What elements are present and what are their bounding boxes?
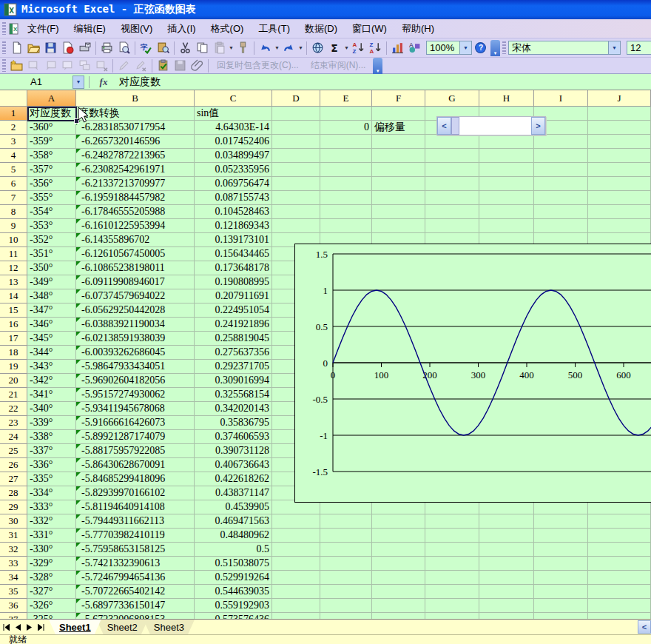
row-header-18[interactable]: 18 [0, 346, 27, 360]
cell-E6[interactable] [320, 177, 372, 191]
cell-A10[interactable]: -352° [27, 233, 76, 247]
cell-I6[interactable] [534, 177, 588, 191]
cell-H6[interactable] [479, 177, 534, 191]
cell-A17[interactable]: -345° [27, 332, 76, 346]
cell-A32[interactable]: -330° [27, 543, 76, 557]
cell-B11[interactable]: -6.12610567450005 [76, 247, 195, 261]
toolbar-grip[interactable] [2, 41, 6, 54]
cell-G37[interactable] [425, 613, 479, 619]
cell-D31[interactable] [272, 529, 320, 543]
cell-G5[interactable] [425, 163, 479, 177]
row-header-12[interactable]: 12 [0, 261, 27, 275]
sine-chart[interactable]: 1.510.50-0.5-1-1.50100200300400500600 [294, 244, 651, 503]
cell-C4[interactable]: 0.034899497 [195, 149, 272, 163]
cell-A24[interactable]: -338° [27, 430, 76, 444]
row-header-20[interactable]: 20 [0, 374, 27, 388]
offset-scrollbar[interactable]: <> [436, 116, 546, 135]
cell-B20[interactable]: -5.96902604182056 [76, 374, 195, 388]
sheet-tab-sheet3[interactable]: Sheet3 [144, 620, 195, 634]
col-header-A[interactable]: A [27, 90, 76, 107]
cell-B33[interactable]: -5.7421332390613 [76, 557, 195, 571]
copy-button[interactable] [194, 40, 211, 56]
sort-asc-button[interactable]: AZ [350, 40, 367, 56]
row-header-28[interactable]: 28 [0, 486, 27, 500]
cell-B9[interactable]: -6.16101225953994 [76, 219, 195, 233]
cell-E32[interactable] [320, 543, 372, 557]
name-box-dropdown-icon[interactable]: ▼ [72, 76, 84, 89]
row-header-29[interactable]: 29 [0, 500, 27, 514]
cell-B16[interactable]: -6.03883921190034 [76, 318, 195, 332]
cell-C9[interactable]: 0.121869343 [195, 219, 272, 233]
row-header-2[interactable]: 2 [0, 121, 27, 135]
cell-B34[interactable]: -5.72467994654136 [76, 571, 195, 585]
previous-comment-button[interactable] [25, 58, 42, 73]
cell-A16[interactable]: -346° [27, 318, 76, 332]
cell-D3[interactable] [272, 135, 320, 149]
cell-B26[interactable]: -5.86430628670091 [76, 458, 195, 472]
cell-A9[interactable]: -353° [27, 219, 76, 233]
cell-A18[interactable]: -344° [27, 346, 76, 360]
cell-A12[interactable]: -350° [27, 261, 76, 275]
cell-J6[interactable] [588, 177, 651, 191]
cell-B25[interactable]: -5.88175957922085 [76, 444, 195, 458]
cell-D34[interactable] [272, 571, 320, 585]
cell-E34[interactable] [320, 571, 372, 585]
cell-H9[interactable] [479, 219, 534, 233]
sheet-tab-sheet1[interactable]: Sheet1 [49, 620, 101, 634]
cell-I37[interactable] [534, 613, 588, 619]
cell-E31[interactable] [320, 529, 372, 543]
row-header-16[interactable]: 16 [0, 318, 27, 332]
cell-D30[interactable] [272, 514, 320, 529]
cell-B17[interactable]: -6.02138591938039 [76, 332, 195, 346]
cell-H3[interactable] [479, 135, 534, 149]
open-button[interactable] [25, 40, 42, 56]
cell-G33[interactable] [425, 557, 479, 571]
row-header-6[interactable]: 6 [0, 177, 27, 191]
cell-A37[interactable]: -325° [27, 613, 76, 619]
row-header-33[interactable]: 33 [0, 557, 27, 571]
row-header-35[interactable]: 35 [0, 585, 27, 599]
cell-D7[interactable] [272, 191, 320, 205]
cell-E37[interactable] [320, 613, 372, 619]
cell-A36[interactable]: -326° [27, 599, 76, 613]
cell-F1[interactable] [372, 107, 425, 121]
cell-F8[interactable] [372, 205, 425, 219]
cell-F5[interactable] [372, 163, 425, 177]
cell-C31[interactable]: 0.48480962 [195, 529, 272, 543]
cell-C16[interactable]: 0.241921896 [195, 318, 272, 332]
cell-B31[interactable]: -5.77703982410119 [76, 529, 195, 543]
menu-item-2[interactable]: 编辑(E) [67, 19, 113, 39]
cell-B37[interactable]: -5.67232006898153 [76, 613, 195, 619]
cell-G32[interactable] [425, 543, 479, 557]
cell-C20[interactable]: 0.309016994 [195, 374, 272, 388]
menu-item-8[interactable]: 窗口(W) [345, 19, 394, 39]
next-sheet-button[interactable] [24, 620, 36, 634]
redo-button[interactable] [280, 40, 297, 56]
autosum-dropdown-icon[interactable]: ▼ [343, 40, 350, 56]
row-header-36[interactable]: 36 [0, 599, 27, 613]
cell-I5[interactable] [534, 163, 588, 177]
menu-item-3[interactable]: 视图(V) [113, 19, 160, 39]
cell-C14[interactable]: 0.207911691 [195, 289, 272, 303]
cell-A3[interactable]: -359° [27, 135, 76, 149]
cell-C3[interactable]: 0.017452406 [195, 135, 272, 149]
cell-A13[interactable]: -349° [27, 275, 76, 289]
row-header-30[interactable]: 30 [0, 514, 27, 529]
cell-A11[interactable]: -351° [27, 247, 76, 261]
cell-D6[interactable] [272, 177, 320, 191]
cell-A26[interactable]: -336° [27, 458, 76, 472]
cell-H35[interactable] [479, 585, 534, 599]
paste-dropdown-icon[interactable]: ▼ [228, 40, 235, 56]
sort-desc-button[interactable]: ZA [367, 40, 384, 56]
name-box[interactable]: A1 [0, 75, 72, 90]
cell-G9[interactable] [425, 219, 479, 233]
spelling-button[interactable]: 字 [138, 40, 155, 56]
cell-I30[interactable] [534, 514, 588, 529]
cell-F7[interactable] [372, 191, 425, 205]
toolbar-grip[interactable] [2, 59, 6, 72]
select-all-corner[interactable] [0, 90, 27, 107]
cell-G35[interactable] [425, 585, 479, 599]
cell-D2[interactable] [272, 121, 320, 135]
cell-A31[interactable]: -331° [27, 529, 76, 543]
cell-E7[interactable] [320, 191, 372, 205]
